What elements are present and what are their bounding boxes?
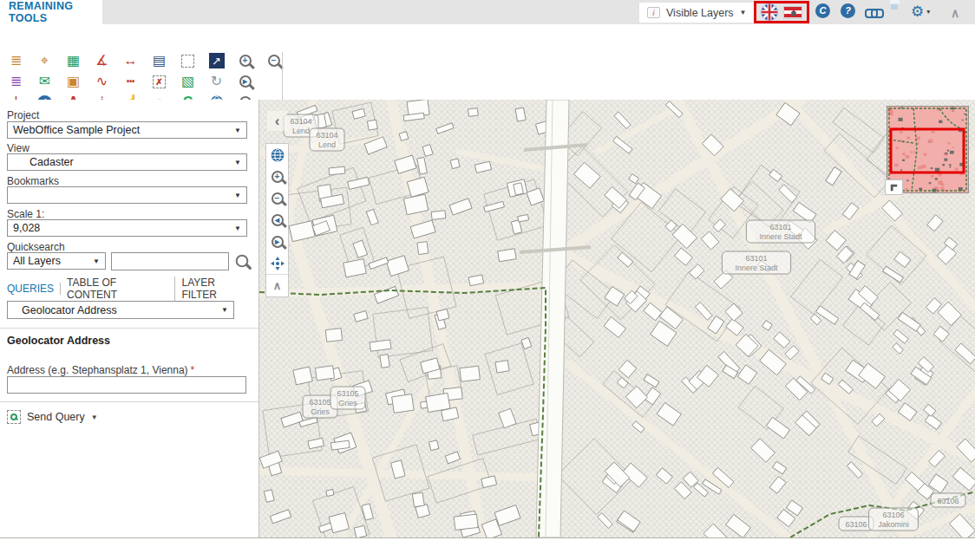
svg-text:63104: 63104: [316, 131, 337, 140]
xy-coordinates-icon[interactable]: ⌖: [30, 50, 59, 71]
view-select[interactable]: Cadaster ▼: [7, 153, 247, 171]
xy-coordinates-icon: ⌖: [41, 54, 49, 68]
export-map-icon: ▦: [67, 54, 80, 68]
full-extent-icon: [271, 148, 285, 162]
project-label: Project: [7, 109, 39, 121]
svg-text:63106: 63106: [882, 511, 904, 519]
bookmarks-select[interactable]: ▼: [7, 186, 247, 204]
address-input[interactable]: [7, 376, 246, 394]
chevron-down-icon: ▼: [740, 9, 747, 16]
measure-area-icon: ∡: [95, 54, 108, 68]
svg-text:63106: 63106: [937, 497, 959, 505]
query-select[interactable]: Geolocator Address ▼: [7, 301, 234, 319]
help-icon[interactable]: ?: [841, 3, 855, 18]
tab-layer-filter[interactable]: LAYER FILTER: [175, 277, 258, 301]
search-icon[interactable]: [236, 255, 249, 268]
tooltip-info-icon: i: [647, 7, 660, 18]
scale-label: Scale 1:: [7, 208, 44, 220]
english-flag[interactable]: [761, 3, 778, 21]
open-new-window-icon: ↗: [209, 53, 225, 68]
project-select[interactable]: WebOffice Sample Project ▼: [7, 121, 247, 139]
send-query-button[interactable]: Send Query ▼: [7, 410, 98, 424]
settings-gear-icon[interactable]: ⚙▾: [911, 4, 930, 20]
map-zoom-toolbar: +−◂▸∧: [265, 143, 289, 297]
svg-text:63105: 63105: [337, 389, 358, 398]
address-label-text: Address (e.g. Stephansplatz 1, Vienna): [7, 364, 188, 376]
collapse-map-toolbar-button[interactable]: ∧: [266, 275, 288, 296]
svg-text:Innere Stadt: Innere Stadt: [759, 232, 802, 241]
svg-text:Gries: Gries: [311, 407, 330, 416]
measure-area-icon[interactable]: ∡: [88, 50, 116, 71]
address-field-label: Address (e.g. Stephansplatz 1, Vienna)*: [7, 364, 194, 376]
add-theme-icon[interactable]: ≣: [2, 50, 30, 71]
sidebar-tabs: QUERIES TABLE OF CONTENT LAYER FILTER: [7, 281, 258, 296]
continue-workflow-icon[interactable]: ↻: [202, 71, 231, 92]
clear-selection-icon: ✗: [153, 75, 166, 88]
quicksearch-layer-value: All Layers: [13, 255, 93, 267]
next-extent-icon: ▸: [272, 236, 284, 248]
tab-table-of-content[interactable]: TABLE OF CONTENT: [61, 277, 175, 301]
chevron-down-icon: ▼: [91, 413, 98, 421]
previous-extent-icon[interactable]: ◂: [266, 209, 288, 231]
import-map-icon[interactable]: ▧: [173, 71, 202, 92]
map-canvas[interactable]: 63104Lend63104Lend63101Innere Stadt63101…: [259, 100, 975, 537]
contrast-icon: C: [815, 3, 830, 18]
quicksearch-label: Quicksearch: [7, 241, 65, 253]
visible-layers-dropdown[interactable]: i Visible Layers ▼: [639, 3, 755, 23]
overview-map[interactable]: [887, 106, 969, 193]
send-map-mail-icon[interactable]: ✉: [30, 71, 59, 92]
measure-segment-icon: ┅: [127, 75, 135, 88]
measure-distance-icon[interactable]: ↔: [116, 50, 145, 71]
query-select-value: Geolocator Address: [13, 304, 221, 316]
export-map-icon[interactable]: ▦: [59, 50, 88, 71]
divider: [0, 401, 258, 402]
zoom-in-icon[interactable]: +: [231, 50, 259, 71]
query-magnifier-icon: [7, 410, 21, 424]
tab-remaining-tools[interactable]: REMAINING TOOLS: [0, 0, 102, 24]
copy-theme-icon[interactable]: ≣: [2, 71, 30, 92]
overview-map-icon[interactable]: ▣: [59, 71, 88, 92]
collapse-header-icon[interactable]: ∧: [951, 5, 959, 21]
previous-extent-icon: ◂: [272, 214, 284, 226]
next-extent-icon[interactable]: ▸: [231, 71, 259, 92]
view-value: Cadaster: [13, 156, 234, 168]
measure-freehand-icon[interactable]: ∿: [88, 71, 116, 92]
tools-toolbar: ≣⌖▦∡↔▤↗+−≣✉▣∿┅✗▧↻▸ǂiA∔☝◌C◂: [0, 24, 975, 98]
weboffice-app: REMAINING TOOLS i Visible Layers ▼ C: [0, 0, 975, 560]
tab-queries[interactable]: QUERIES: [7, 283, 61, 295]
svg-text:Lend: Lend: [318, 140, 336, 149]
quicksearch-layer-select[interactable]: All Layers ▼: [7, 252, 106, 270]
toolbar-row: ≣✉▣∿┅✗▧↻▸: [2, 71, 288, 92]
continue-workflow-icon: ↻: [211, 75, 222, 88]
quicksearch-input[interactable]: [111, 252, 229, 270]
required-asterisk: *: [191, 364, 195, 376]
austrian-flag[interactable]: [783, 6, 802, 19]
add-theme-icon: ≣: [10, 54, 22, 68]
svg-text:Gries: Gries: [338, 399, 357, 407]
print-icon[interactable]: ▤: [145, 50, 173, 71]
select-rectangle-icon[interactable]: [173, 50, 202, 71]
zoom-out-icon[interactable]: −: [266, 187, 288, 209]
bookmarks-label: Bookmarks: [7, 175, 59, 187]
zoom-out-icon[interactable]: −: [259, 50, 288, 71]
overview-toggle-button[interactable]: [885, 179, 903, 195]
scale-select[interactable]: 9,028 ▼: [7, 219, 247, 237]
send-map-mail-icon: ✉: [39, 75, 50, 88]
help-icon: ?: [841, 3, 855, 18]
next-extent-icon[interactable]: ▸: [266, 231, 288, 252]
zoom-out-icon: −: [272, 192, 284, 205]
clear-selection-icon[interactable]: ✗: [145, 71, 173, 92]
zoom-in-icon[interactable]: +: [266, 166, 288, 187]
svg-text:63101: 63101: [769, 223, 791, 231]
view-label: View: [7, 142, 29, 154]
measure-segment-icon[interactable]: ┅: [116, 71, 145, 92]
import-map-icon: ▧: [181, 75, 194, 88]
contrast-icon[interactable]: C: [815, 3, 830, 18]
collapse-sidebar-button[interactable]: ‹: [267, 111, 287, 131]
zoom-in-icon: +: [272, 171, 284, 183]
next-extent-icon: ▸: [239, 75, 252, 88]
center-map-icon: [271, 257, 285, 270]
full-extent-icon[interactable]: [266, 144, 288, 166]
open-new-window-icon[interactable]: ↗: [202, 50, 231, 71]
center-map-icon[interactable]: [266, 252, 288, 274]
